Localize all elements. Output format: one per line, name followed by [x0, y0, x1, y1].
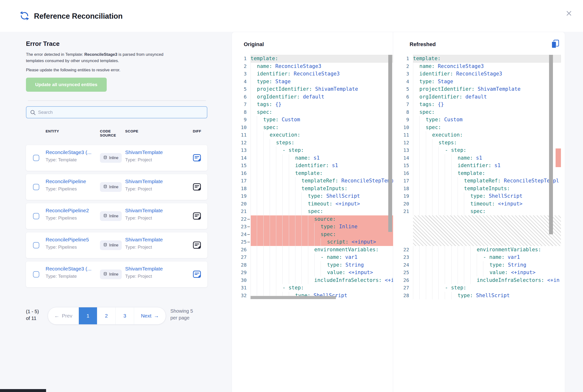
entity-list: ReconcileStage3 (...Type: TemplateInline… [26, 145, 208, 287]
search-input[interactable] [26, 107, 207, 118]
line-number: 4 [240, 78, 250, 86]
scope-link[interactable]: ShivamTemplate [125, 266, 163, 272]
line-number: 1 [403, 55, 413, 62]
entity-type: Type: Template [45, 157, 77, 162]
original-panel-title: Original [244, 41, 264, 48]
row-checkbox[interactable] [33, 155, 39, 161]
dialog-header: Reference Reconciliation [0, 0, 583, 32]
line-number: 1 [240, 55, 250, 62]
scope-link[interactable]: ShivamTemplate [125, 208, 163, 214]
right-arrow-icon: → [154, 313, 159, 319]
repo-icon [103, 214, 107, 218]
line-number: 21 [240, 208, 250, 216]
entity-row: ReconcilePipeline5Type: PipelinesInlineS… [26, 232, 207, 258]
line-number: 18 [240, 185, 250, 192]
code-line: 26includeInfraSelectors: <+in [403, 276, 561, 284]
entity-link[interactable]: ReconcileStage3 (... [45, 266, 91, 272]
refreshed-code-editor: 1template:2name: ReconcileStage33identif… [403, 55, 561, 299]
prev-button[interactable]: ←Prev [48, 307, 78, 324]
entity-type: Type: Pipelines [45, 216, 77, 221]
code-line: 6orgIdentifier: default [403, 93, 561, 101]
code-source-label: Inline [109, 272, 118, 276]
line-number: 20 [240, 200, 250, 208]
diff-button[interactable] [192, 240, 201, 250]
row-checkbox[interactable] [33, 242, 39, 248]
diff-button[interactable] [192, 211, 201, 220]
line-number: 11 [403, 131, 413, 139]
code-line: 13- step: [240, 146, 393, 154]
scope-link[interactable]: ShivamTemplate [125, 150, 163, 155]
copy-button[interactable] [551, 39, 560, 50]
line-number: 19 [403, 192, 413, 200]
line-number: 3 [403, 70, 413, 78]
scope-link[interactable]: ShivamTemplate [125, 237, 163, 242]
entity-link[interactable]: ReconcileStage3 (... [45, 150, 91, 155]
line-number: 10 [240, 124, 250, 132]
code-line: 12steps: [240, 139, 393, 147]
diff-button[interactable] [192, 182, 201, 192]
code-line: 24type: String [403, 261, 561, 269]
code-line: 5projectIdentifier: ShivamTemplate [240, 86, 393, 93]
page-button-3[interactable]: 3 [115, 307, 134, 324]
entity-link[interactable]: ReconcilePipeline [45, 178, 86, 184]
code-line: 24−spec: [240, 231, 393, 238]
code-line: 30includeInfraSelectors: <+in [240, 276, 393, 284]
code-line: 19type: ShellScript [240, 192, 393, 200]
code-line: 9type: Custom [240, 116, 393, 124]
scope-link[interactable]: ShivamTemplate [125, 178, 163, 184]
line-number: 26 [240, 246, 250, 254]
code-line: 7tags: {} [403, 101, 561, 108]
code-line: 14name: s1 [240, 154, 393, 162]
page-button-2[interactable]: 2 [97, 307, 115, 324]
line-number: 25 [403, 269, 413, 276]
repo-icon [103, 156, 107, 160]
pagination: (1 - 5) of 11 ←Prev 123 Next→ Showing 5 … [26, 307, 207, 324]
code-line: 15identifier: s1 [240, 162, 393, 170]
code-line: 3identifier: ReconcileStage3 [403, 70, 561, 78]
row-checkbox[interactable] [33, 184, 39, 190]
code-line: 2name: ReconcileStage3 [240, 62, 393, 70]
code-line: 22environmentVariables: [403, 246, 561, 254]
line-number: 2 [403, 62, 413, 70]
error-trace-heading: Error Trace [26, 40, 208, 48]
horizontal-scrollbar-thumb[interactable] [250, 296, 336, 299]
divider [28, 100, 206, 101]
diff-button[interactable] [192, 153, 201, 162]
showing-per-page-text: Showing 5 per page [170, 308, 196, 321]
next-button[interactable]: Next→ [134, 307, 166, 324]
line-number: 31 [240, 284, 250, 292]
line-number: 5 [240, 86, 250, 93]
code-line: 4type: Stage [240, 78, 393, 86]
code-line: 26environmentVariables: [240, 246, 393, 254]
code-line: 5projectIdentifier: ShivamTemplate [403, 86, 561, 93]
update-all-unsynced-button[interactable]: Update all unsynced entities [26, 78, 107, 92]
row-checkbox[interactable] [33, 271, 39, 278]
vertical-scrollbar-thumb[interactable] [388, 55, 392, 232]
error-template-name: ReconcileStage3 [84, 52, 117, 57]
line-number: 17 [240, 177, 250, 185]
entity-row: ReconcilePipelineType: PipelinesInlineSh… [26, 174, 207, 200]
line-number: 14 [403, 154, 413, 162]
code-line: 1template: [240, 55, 393, 62]
entity-type: Type: Pipelines [45, 244, 77, 250]
code-line: 12steps: [403, 139, 561, 147]
line-number: 30 [240, 276, 250, 284]
close-button[interactable] [565, 9, 573, 18]
vertical-scrollbar-thumb[interactable] [549, 55, 553, 234]
code-line: 6orgIdentifier: default [240, 93, 393, 101]
code-line: 2name: ReconcileStage3 [403, 62, 561, 70]
entity-link[interactable]: ReconcilePipeline2 [45, 208, 89, 214]
next-label: Next [141, 313, 151, 319]
code-line: 28type: String [240, 261, 393, 269]
error-instruction: Please update the following entities to … [26, 67, 169, 73]
diff-marker [556, 148, 561, 167]
entity-link[interactable]: ReconcilePipeline5 [45, 237, 89, 242]
page-button-1[interactable]: 1 [78, 307, 97, 324]
entity-type: Type: Template [45, 274, 77, 279]
row-checkbox[interactable] [33, 213, 39, 219]
diff-note-icon [192, 276, 201, 280]
entity-type: Type: Pipelines [45, 186, 77, 192]
original-code-editor: 1template:2name: ReconcileStage33identif… [240, 55, 393, 299]
diff-button[interactable] [192, 270, 201, 279]
copy-icon [551, 46, 560, 50]
